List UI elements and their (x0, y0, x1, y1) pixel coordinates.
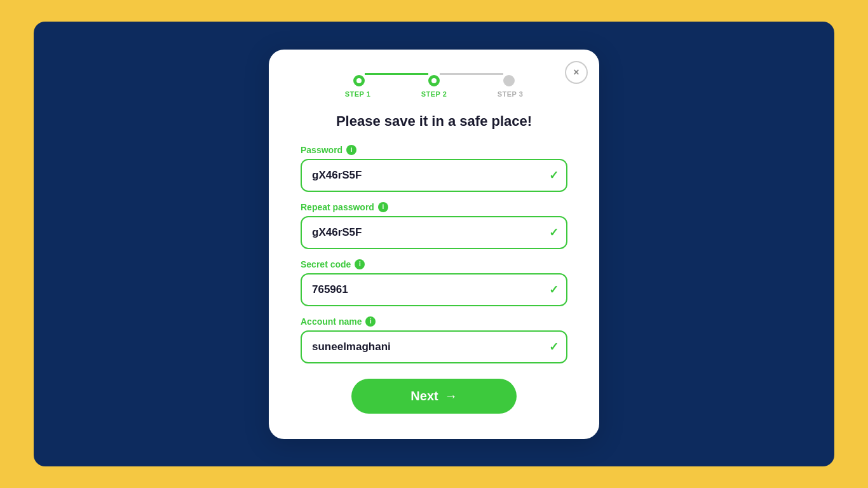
secret-code-label: Secret code i (301, 259, 567, 269)
step-3-label: STEP 3 (472, 90, 548, 98)
step-2 (428, 75, 440, 86)
repeat-password-info-icon[interactable]: i (378, 202, 388, 212)
repeat-password-check-icon: ✓ (549, 226, 559, 240)
step-3-circle (503, 75, 515, 86)
password-label: Password i (301, 145, 567, 155)
account-name-input-wrapper: ✓ (301, 330, 567, 363)
stepper: STEP 1 STEP 2 STEP 3 (301, 75, 567, 98)
secret-code-input[interactable] (301, 273, 567, 306)
account-name-label: Account name i (301, 316, 567, 327)
secret-code-info-icon[interactable]: i (355, 259, 365, 269)
modal-title: Please save it in a safe place! (301, 113, 567, 130)
step-2-circle (428, 75, 440, 86)
step-1-circle (353, 75, 365, 86)
account-name-field-group: Account name i ✓ (301, 316, 567, 363)
next-button[interactable]: Next → (351, 379, 517, 414)
password-input-wrapper: ✓ (301, 159, 567, 192)
secret-code-input-wrapper: ✓ (301, 273, 567, 306)
step-2-label: STEP 2 (396, 90, 472, 98)
account-name-check-icon: ✓ (549, 340, 559, 354)
step-line-1 (365, 73, 428, 75)
password-field-group: Password i ✓ (301, 145, 567, 192)
secret-code-field-group: Secret code i ✓ (301, 259, 567, 306)
step-line-2 (440, 73, 503, 75)
stepper-labels: STEP 1 STEP 2 STEP 3 (301, 90, 567, 98)
outer-frame: × (34, 22, 834, 466)
secret-code-check-icon: ✓ (549, 283, 559, 297)
password-info-icon[interactable]: i (346, 145, 356, 155)
account-name-input[interactable] (301, 330, 567, 363)
next-arrow-icon: → (445, 389, 458, 403)
repeat-password-input[interactable] (301, 216, 567, 249)
repeat-password-input-wrapper: ✓ (301, 216, 567, 249)
close-button[interactable]: × (565, 61, 588, 84)
account-name-info-icon[interactable]: i (365, 316, 376, 327)
step-1 (353, 75, 365, 86)
repeat-password-field-group: Repeat password i ✓ (301, 202, 567, 249)
step-1-label: STEP 1 (320, 90, 396, 98)
password-input[interactable] (301, 159, 567, 192)
repeat-password-label: Repeat password i (301, 202, 567, 212)
modal-container: × (269, 50, 599, 439)
next-button-label: Next (410, 389, 438, 403)
step-3 (503, 75, 515, 86)
password-check-icon: ✓ (549, 168, 559, 182)
